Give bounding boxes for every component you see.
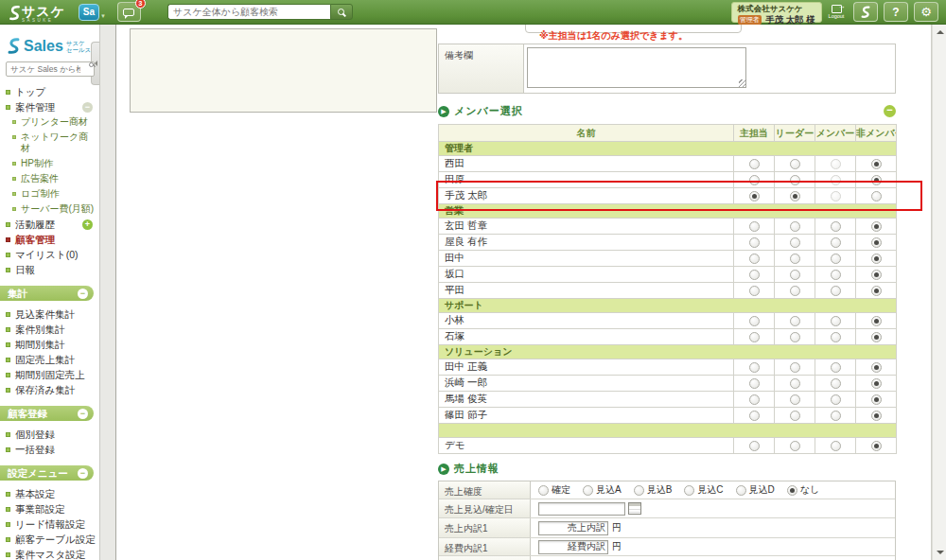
collapse-icon[interactable]: − (78, 409, 88, 419)
member-radio-cell[interactable] (734, 359, 775, 376)
member-radio-cell[interactable] (856, 283, 897, 299)
sidebar-section-header[interactable]: 顧客登録− (0, 406, 94, 421)
member-radio-cell[interactable] (734, 188, 775, 204)
radio-button[interactable] (871, 394, 882, 405)
member-radio-cell[interactable] (856, 392, 897, 408)
radio-button[interactable] (831, 254, 841, 264)
member-radio-cell[interactable] (815, 329, 856, 345)
radio-button[interactable] (736, 485, 746, 496)
radio-button[interactable] (790, 316, 800, 326)
radio-button[interactable] (831, 316, 841, 326)
left-form-field-box[interactable] (130, 28, 437, 113)
radio-button[interactable] (790, 394, 800, 405)
member-radio-cell[interactable] (775, 267, 815, 283)
radio-button[interactable] (831, 411, 841, 421)
member-radio-cell[interactable] (815, 408, 856, 424)
member-radio-cell[interactable] (734, 329, 775, 345)
radio-button[interactable] (749, 159, 760, 169)
sidebar-item[interactable]: 日報 (0, 262, 99, 277)
sidebar-section-header[interactable]: 設定メニュー− (0, 465, 94, 481)
sidebar-item[interactable]: 案件管理− (0, 99, 99, 114)
member-radio-cell[interactable] (734, 438, 775, 454)
member-radio-cell[interactable] (775, 172, 815, 188)
member-radio-cell[interactable] (775, 188, 815, 204)
radio-button[interactable] (871, 270, 882, 280)
member-radio-cell[interactable] (856, 408, 897, 424)
member-radio-cell[interactable] (775, 235, 815, 251)
radio-button[interactable] (831, 332, 841, 342)
vertical-scrollbar[interactable] (932, 25, 946, 560)
member-radio-cell[interactable] (856, 313, 897, 329)
sidebar-item[interactable]: トップ (0, 84, 99, 99)
member-radio-cell[interactable] (775, 219, 815, 235)
radio-button[interactable] (831, 221, 841, 232)
radio-button[interactable] (790, 175, 800, 185)
radio-button[interactable] (871, 191, 882, 201)
member-radio-cell[interactable] (734, 283, 775, 299)
member-radio-cell[interactable] (734, 313, 775, 329)
member-radio-cell[interactable] (815, 376, 856, 392)
radio-button[interactable] (684, 485, 694, 496)
chat-button[interactable]: 3 (117, 2, 141, 22)
radio-button[interactable] (790, 441, 800, 451)
logout-button[interactable]: Logout (825, 2, 848, 23)
radio-button[interactable] (749, 175, 760, 185)
radio-button[interactable] (538, 485, 549, 496)
radio-button[interactable] (749, 441, 760, 451)
radio-button[interactable] (790, 254, 800, 264)
radio-button[interactable] (749, 237, 760, 248)
radio-button[interactable] (871, 411, 882, 421)
sidebar-item[interactable]: 顧客テーブル設定 (0, 532, 99, 547)
member-radio-cell[interactable] (815, 392, 856, 408)
sidebar-item[interactable]: マイリスト(0) (0, 247, 99, 262)
sidebar-item-active[interactable]: 顧客管理 (0, 232, 99, 247)
sidebar-item[interactable]: 期間別集計 (0, 337, 99, 352)
radio-button[interactable] (749, 286, 760, 296)
sidebar-section-header[interactable]: 集計− (0, 286, 94, 301)
radio-button[interactable] (790, 286, 800, 296)
radio-button[interactable] (871, 159, 882, 169)
radio-button[interactable] (871, 332, 882, 342)
certainty-option[interactable]: 見込D (736, 483, 775, 497)
radio-button[interactable] (787, 485, 797, 496)
sidebar-item[interactable]: 事業部設定 (0, 501, 99, 516)
certainty-option[interactable]: 見込A (583, 483, 622, 497)
member-radio-cell[interactable] (815, 235, 856, 251)
radio-button[interactable] (871, 286, 882, 296)
member-radio-cell[interactable] (734, 219, 775, 235)
sales-logo[interactable]: Sales サスケセールス (6, 38, 99, 55)
member-radio-cell[interactable] (775, 283, 815, 299)
sidebar-item[interactable]: HP制作 (0, 156, 99, 171)
radio-button[interactable] (871, 441, 882, 451)
radio-button[interactable] (831, 394, 841, 405)
sasuke-logo[interactable]: サスケ SASUKE (8, 2, 65, 23)
radio-button[interactable] (749, 270, 760, 280)
collapse-icon[interactable]: − (78, 289, 88, 299)
radio-button[interactable] (831, 286, 841, 296)
member-radio-cell[interactable] (734, 267, 775, 283)
scroll-down-icon[interactable] (937, 551, 944, 554)
radio-button[interactable] (871, 316, 882, 326)
remarks-textarea[interactable] (527, 47, 746, 88)
member-radio-cell[interactable] (815, 156, 856, 172)
member-radio-cell[interactable] (734, 376, 775, 392)
member-radio-cell[interactable] (734, 235, 775, 251)
radio-button[interactable] (790, 411, 800, 421)
member-radio-cell[interactable] (856, 235, 897, 251)
member-radio-cell[interactable] (856, 188, 897, 204)
help-button[interactable]: ? (884, 2, 908, 22)
member-radio-cell[interactable] (815, 438, 856, 454)
radio-button[interactable] (749, 221, 760, 232)
member-radio-cell[interactable] (815, 188, 856, 204)
sidebar-item[interactable]: 一括登録 (0, 442, 99, 457)
radio-button[interactable] (790, 332, 800, 342)
member-radio-cell[interactable] (734, 408, 775, 424)
radio-button[interactable] (790, 362, 800, 373)
radio-button[interactable] (831, 237, 841, 248)
member-radio-cell[interactable] (734, 251, 775, 267)
expense1-input[interactable] (538, 540, 608, 554)
sidebar-item[interactable]: 基本設定 (0, 486, 99, 501)
sa-app-badge[interactable]: Sa (79, 4, 99, 21)
radio-button[interactable] (790, 191, 800, 201)
member-radio-cell[interactable] (775, 392, 815, 408)
